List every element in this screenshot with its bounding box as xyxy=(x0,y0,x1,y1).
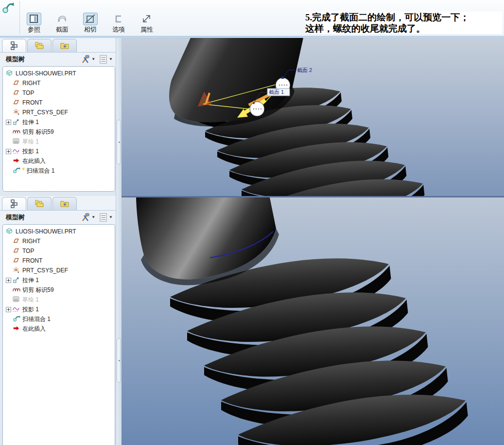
tree-item-top[interactable]: TOP xyxy=(5,246,115,256)
tree-item-sketch[interactable]: 草绘 1 xyxy=(5,295,115,304)
tree-filters-button[interactable]: ▼ xyxy=(81,213,95,222)
navigator-sidebar: ✳ 模型树 ▼ ▼ LUOSI-SHOUWEI.PRT RIGHT TOP FR… xyxy=(0,38,122,196)
helical-sweep-icon xyxy=(13,128,20,136)
tree-item-part-root[interactable]: LUOSI-SHOUWEI.PRT xyxy=(5,69,115,78)
references-icon xyxy=(27,13,41,25)
tree-item-swept-blend[interactable]: ✳扫描混合 1 xyxy=(5,166,115,176)
list-settings-icon xyxy=(99,213,108,222)
tree-item-label: PRT_CSYS_DEF xyxy=(22,109,68,116)
tree-item-label: 草绘 1 xyxy=(22,138,39,146)
model-tree-icon xyxy=(9,199,19,209)
svg-text:✳: ✳ xyxy=(63,202,67,207)
tree-item-label: TOP xyxy=(22,89,34,96)
tree-item-label: 切剪 标识59 xyxy=(22,128,54,136)
annotation-line-1: 5.完成了截面二的绘制，可以预览一下； xyxy=(305,12,502,23)
tree-item-csys[interactable]: PRT_CSYS_DEF xyxy=(5,266,115,275)
section1-label: 截面 1 xyxy=(269,89,284,95)
splitter-handle[interactable] xyxy=(117,338,121,383)
tree-item-label: 扫描混合 1 xyxy=(26,167,54,175)
tree-item-right[interactable]: RIGHT xyxy=(5,78,115,88)
cad-application-window: { "note": { "line1": "5.完成了截面二的绘制，可以预览一下… xyxy=(0,0,504,445)
tree-item-projection[interactable]: 投影 1 xyxy=(5,146,115,156)
tree-item-insert-here[interactable]: 在此插入 xyxy=(5,156,115,166)
sidebar-splitter[interactable] xyxy=(116,38,122,196)
tangency-button[interactable]: 相切 xyxy=(80,13,101,33)
tree-item-insert-here[interactable]: 在此插入 xyxy=(5,324,115,334)
tree-title: 模型树 xyxy=(6,213,25,222)
expand-icon[interactable] xyxy=(6,149,11,154)
tab-favorites[interactable]: ✳ xyxy=(52,197,77,210)
tree-item-swept-blend[interactable]: 扫描混合 1 xyxy=(5,314,115,324)
tree-columns-button[interactable]: ▼ xyxy=(99,55,113,64)
tree-item-label: RIGHT xyxy=(22,80,40,87)
tree-item-front[interactable]: FRONT xyxy=(5,256,115,266)
annotation-line-2: 这样，螺纹的收尾就完成了。 xyxy=(305,23,502,34)
model-tree: LUOSI-SHOUWEI.PRT RIGHT TOP FRONT PRT_CS… xyxy=(2,224,115,445)
tab-folder-browser[interactable] xyxy=(27,39,52,52)
folders-icon xyxy=(34,41,45,50)
tree-item-helical-cut[interactable]: 切剪 标识59 xyxy=(5,285,115,295)
expand-icon[interactable] xyxy=(6,278,11,283)
tutorial-annotation: 5.完成了截面二的绘制，可以预览一下； 这样，螺纹的收尾就完成了。 xyxy=(305,12,502,34)
tree-item-part-root[interactable]: LUOSI-SHOUWEI.PRT xyxy=(5,227,115,236)
tab-model-tree[interactable] xyxy=(2,197,26,210)
tree-item-helical-cut[interactable]: 切剪 标识59 xyxy=(5,127,115,137)
datum-plane-icon xyxy=(13,99,20,107)
tree-item-label: 在此插入 xyxy=(22,325,46,333)
tree-columns-button[interactable]: ▼ xyxy=(99,213,113,222)
swept-blend-icon xyxy=(13,315,20,323)
properties-button[interactable]: 属性 xyxy=(136,13,157,33)
swept-blend-icon xyxy=(13,167,20,175)
references-button[interactable]: 参照 xyxy=(23,13,45,33)
sections-icon xyxy=(55,13,70,25)
drag-handle-section1[interactable] xyxy=(250,102,264,116)
sidebar-splitter[interactable] xyxy=(116,196,122,445)
tree-item-label: TOP xyxy=(22,248,34,254)
swept-blend-tool-icon[interactable] xyxy=(2,1,16,15)
tree-item-top[interactable]: TOP xyxy=(5,88,115,98)
tab-model-tree[interactable] xyxy=(2,39,26,52)
insert-here-icon xyxy=(13,325,20,333)
insert-here-icon xyxy=(13,157,20,165)
tangency-icon xyxy=(83,13,98,25)
viewport-3d-bottom[interactable] xyxy=(122,196,504,445)
list-settings-icon xyxy=(99,55,108,64)
extrude-icon xyxy=(13,118,20,126)
tree-item-label: RIGHT xyxy=(22,238,40,245)
tree-item-csys[interactable]: PRT_CSYS_DEF xyxy=(5,107,115,117)
tree-item-label: 草绘 1 xyxy=(22,296,39,304)
tree-item-label: LUOSI-SHOUWEI.PRT xyxy=(16,228,76,235)
sections-button[interactable]: 截面 xyxy=(52,13,73,33)
tree-item-label: 扫描混合 1 xyxy=(22,315,51,323)
tree-item-front[interactable]: FRONT xyxy=(5,98,115,107)
tree-item-label: PRT_CSYS_DEF xyxy=(22,267,68,274)
sketch-icon xyxy=(13,296,20,303)
tree-item-label: FRONT xyxy=(22,257,42,264)
tree-item-extrude[interactable]: 拉伸 1 xyxy=(5,117,115,127)
model-tree-icon xyxy=(9,41,19,51)
datum-plane-icon xyxy=(13,257,20,265)
tools-icon xyxy=(81,213,90,222)
splitter-handle[interactable] xyxy=(117,120,121,164)
options-icon xyxy=(111,13,126,25)
expand-icon[interactable] xyxy=(6,307,11,312)
chevron-down-icon: ▼ xyxy=(109,57,113,61)
tree-item-label: LUOSI-SHOUWEI.PRT xyxy=(16,70,76,77)
tab-favorites[interactable]: ✳ xyxy=(52,39,77,52)
tree-item-label: 在此插入 xyxy=(22,157,46,165)
chevron-down-icon: ▼ xyxy=(91,215,95,219)
extrude-icon xyxy=(13,276,20,284)
navigator-sidebar: ✳ 模型树 ▼ ▼ LUOSI-SHOUWEI.PRT RIGHT TOP FR… xyxy=(0,196,122,445)
section1-anchor xyxy=(253,102,255,104)
chevron-down-icon: ▼ xyxy=(109,215,113,219)
options-button[interactable]: 选项 xyxy=(108,13,129,33)
expand-icon[interactable] xyxy=(6,120,11,125)
tab-folder-browser[interactable] xyxy=(27,197,52,210)
tree-item-projection[interactable]: 投影 1 xyxy=(5,304,115,314)
tree-item-extrude[interactable]: 拉伸 1 xyxy=(5,275,115,285)
tree-filters-button[interactable]: ▼ xyxy=(81,55,95,64)
viewport-3d-top[interactable]: 截面 2 截面 1 xyxy=(122,38,504,196)
tree-item-sketch[interactable]: 草绘 1 xyxy=(5,137,115,146)
capture-panel-bottom: ✳ 模型树 ▼ ▼ LUOSI-SHOUWEI.PRT RIGHT TOP FR… xyxy=(0,196,504,445)
tree-item-right[interactable]: RIGHT xyxy=(5,236,115,246)
